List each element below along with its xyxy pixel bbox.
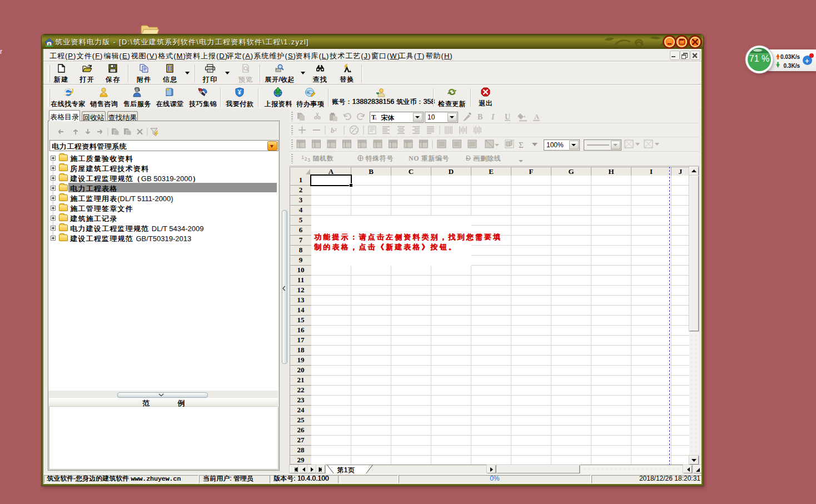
- svg-text:DVD: DVD: [307, 91, 311, 93]
- svg-text:0.03K/s: 0.03K/s: [780, 54, 800, 60]
- svg-text:Σ: Σ: [519, 141, 524, 149]
- svg-text:0.3K/s: 0.3K/s: [784, 63, 800, 69]
